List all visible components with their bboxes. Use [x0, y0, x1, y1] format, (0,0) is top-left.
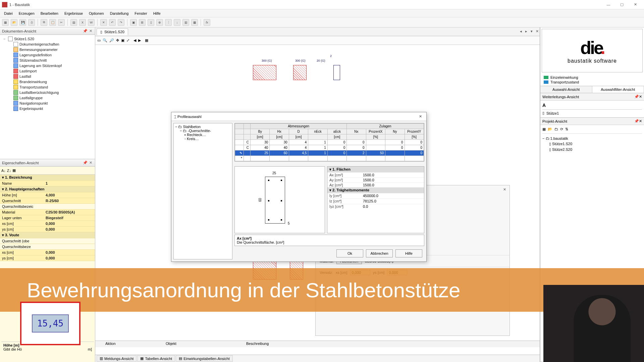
tab-stuetze1[interactable]: ▯ Stütze1.S20	[97, 28, 128, 35]
tool-open-icon[interactable]: 📂	[11, 19, 17, 26]
sort-az-icon[interactable]: A↓	[1, 169, 6, 173]
pin-icon[interactable]: 📌	[83, 161, 88, 165]
material-tree[interactable]: − 🗀 Stahlbeton − 🗀 -Querschnitte- ▪ Rech…	[173, 123, 232, 259]
tool-undo-icon[interactable]: ↶	[109, 19, 116, 26]
tool-misc1-icon[interactable]: ▥	[182, 19, 189, 26]
profile-table[interactable]: AbmessungenZulagen ByHxDnEckaEckNxProzen…	[235, 123, 424, 161]
tool-print-icon[interactable]: ⎙	[28, 19, 35, 26]
menu-erzeugen[interactable]: Erzeugen	[16, 10, 37, 16]
close-icon[interactable]: ✕	[88, 161, 93, 165]
tree-item[interactable]: Dokumenteigenschaften	[7, 42, 94, 47]
tool-calc-icon[interactable]: ▣	[130, 19, 137, 26]
tool-word-icon[interactable]: W	[88, 19, 95, 26]
categorize-icon[interactable]: ▦	[12, 168, 16, 173]
nav-back-icon[interactable]: ◀	[133, 38, 136, 43]
tool-copy-icon[interactable]: ⧉	[41, 19, 47, 26]
view-mode-icon[interactable]: ▦	[145, 38, 148, 43]
tree-item[interactable]: Lastimport	[7, 68, 94, 74]
proj-open-icon[interactable]: 📂	[548, 127, 552, 131]
sort-za-icon[interactable]: Z↓	[7, 169, 11, 173]
menu-optionen[interactable]: Optionen	[86, 10, 107, 16]
menu-bearbeiten[interactable]: Bearbeiten	[38, 10, 61, 16]
tab-tabellen[interactable]: ▦Tabellen-Ansicht	[137, 355, 175, 362]
app-icon	[2, 2, 7, 7]
detail-thumbnail: 15,45	[20, 302, 80, 345]
table-row[interactable]: C3030410000	[235, 140, 424, 145]
tree-item[interactable]: Ergebnispunkt	[7, 106, 94, 111]
tree-item[interactable]: Lastfallberücksichtigung	[7, 90, 94, 95]
tool-cut-icon[interactable]: ✂	[58, 19, 65, 26]
help-button[interactable]: Hilfe	[395, 249, 422, 257]
tree-item[interactable]: Lastfallgruppe	[7, 95, 94, 101]
proj-refresh-icon[interactable]: ⟳	[560, 127, 563, 131]
tool-misc2-icon[interactable]: ▦	[191, 19, 198, 26]
tab-meldungs[interactable]: ▥Meldungs-Ansicht	[97, 355, 137, 362]
minimize-button[interactable]: —	[602, 1, 615, 8]
tree-item[interactable]: Navigationspunkt	[7, 101, 94, 106]
table-row[interactable]: ✎25604,5102500	[235, 150, 424, 156]
tool-anchor-icon[interactable]: ⊕	[156, 19, 163, 26]
tab-einwirkung[interactable]: ▤Einwirkungstabellen-Ansicht	[176, 355, 233, 362]
select-icon[interactable]: ▭	[97, 38, 101, 43]
pin-icon[interactable]: 📌	[634, 95, 639, 99]
pan-icon[interactable]: ✥	[116, 38, 119, 43]
proj-item-2[interactable]: Stütze2.S20	[552, 147, 572, 152]
tree-item[interactable]: Stützenabschnitt	[7, 58, 94, 63]
tool-paste-icon[interactable]: 📋	[49, 19, 56, 26]
close-icon[interactable]: ✕	[88, 29, 93, 34]
proj-root[interactable]: 1.baustatik	[550, 136, 568, 140]
tree-item[interactable]: Transportzustand	[7, 84, 94, 90]
zoom-window-icon[interactable]: ▣	[121, 38, 124, 43]
zoom-out-icon[interactable]: 🔎	[109, 38, 114, 43]
tab-list-icon[interactable]: ▾	[529, 29, 534, 35]
tool-excel-icon[interactable]: X	[79, 19, 86, 26]
maximize-button[interactable]: ▢	[615, 1, 629, 8]
tab-close-icon[interactable]: ✕	[534, 29, 540, 35]
close-icon[interactable]: ✕	[639, 119, 642, 123]
tree-item[interactable]: Brandeinwirkung	[7, 79, 94, 84]
tree-root[interactable]: Stütze1.S20	[14, 37, 34, 41]
proj-sort-icon[interactable]: ⇅	[565, 127, 568, 131]
close-icon[interactable]: ✕	[639, 95, 642, 99]
cancel-button[interactable]: Abbrechen	[366, 249, 393, 257]
close-button[interactable]: ✕	[629, 1, 642, 8]
zoom-in-icon[interactable]: 🔍	[103, 38, 107, 43]
tool-save-icon[interactable]: 💾	[19, 19, 26, 26]
tool-column-icon[interactable]: ▯	[148, 19, 154, 26]
tab-auswahlfilter[interactable]: Auswahlfilter-Ansicht	[592, 86, 644, 93]
proj-folder-icon[interactable]: 🗀	[554, 127, 558, 131]
document-tree[interactable]: −Stütze1.S20 DokumenteigenschaftenBemess…	[0, 35, 95, 159]
tool-rebar-icon[interactable]: ⋮	[165, 19, 172, 26]
ok-button[interactable]: Ok	[336, 249, 363, 257]
menu-ergebnisse[interactable]: Ergebnisse	[62, 10, 86, 16]
tool-fx-icon[interactable]: fx	[204, 19, 210, 26]
proj-new-icon[interactable]: ▦	[542, 127, 546, 131]
menu-hilfe[interactable]: Hilfe	[151, 10, 163, 16]
tree-item[interactable]: Lastfall	[7, 74, 94, 79]
table-row[interactable]: C4040410000	[235, 145, 424, 150]
tree-item[interactable]: Lagerung am Stützenkopf	[7, 63, 94, 68]
menu-darstellung[interactable]: Darstellung	[107, 10, 131, 16]
tab-auswahl[interactable]: Auswahl-Ansicht	[540, 86, 592, 93]
close-icon[interactable]: ✕	[417, 114, 424, 119]
tab-next-icon[interactable]: ▸	[524, 29, 529, 35]
tool-delete-icon[interactable]: ✕	[100, 19, 107, 26]
tool-redo-icon[interactable]: ↷	[118, 19, 124, 26]
tool-load-icon[interactable]: ↓	[174, 19, 180, 26]
proj-item-1[interactable]: Stütze1.S20	[552, 142, 572, 146]
nav-fwd-icon[interactable]: ▶	[138, 38, 141, 43]
tree-item[interactable]: Lagerungsdefinition	[7, 52, 94, 58]
tree-item[interactable]: Bemessungsparameter	[7, 47, 94, 52]
pin-icon[interactable]: 📌	[83, 29, 88, 34]
pin-icon[interactable]: 📌	[634, 119, 639, 123]
menu-fenster[interactable]: Fenster	[132, 10, 150, 16]
tool-section-icon[interactable]: ⊞	[139, 19, 146, 26]
tool-export-icon[interactable]: ▤	[70, 19, 77, 26]
bold-a-icon[interactable]: A	[542, 103, 546, 108]
tab-prev-icon[interactable]: ◂	[518, 29, 524, 35]
zoom-fit-icon[interactable]: ⤢	[126, 38, 129, 43]
tool-new-icon[interactable]: ▦	[2, 19, 9, 26]
weiter-item[interactable]: Stütze1	[546, 111, 559, 115]
menu-datei[interactable]: Datei	[1, 10, 15, 16]
close-icon[interactable]: ✕	[501, 187, 507, 193]
